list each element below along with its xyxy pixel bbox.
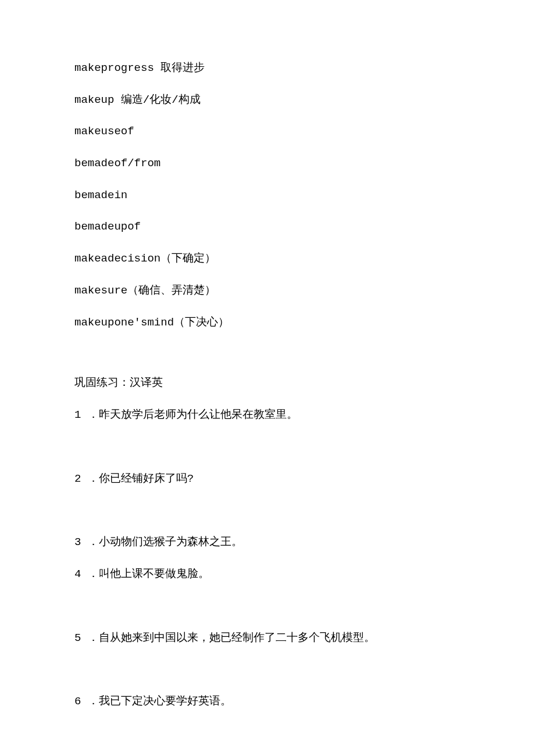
vocab-item: makeup 编造/化妆/构成 — [74, 93, 465, 108]
question-item: 1 ．昨天放学后老师为什么让他呆在教室里。 — [74, 408, 465, 422]
vocab-item: makeprogress 取得进步 — [74, 61, 465, 76]
vocab-item: makesure（确信、弄清楚） — [74, 284, 465, 298]
question-item: 4 ．叫他上课不要做鬼脸。 — [74, 567, 465, 582]
question-item: 5 ．自从她来到中国以来，她已经制作了二十多个飞机模型。 — [74, 631, 465, 646]
document-page: makeprogress 取得进步 makeup 编造/化妆/构成 makeus… — [0, 0, 535, 756]
vocab-item: bemadein — [74, 188, 465, 203]
question-item: 3 ．小动物们选猴子为森林之王。 — [74, 535, 465, 550]
vocab-item: makeuseof — [74, 124, 465, 139]
vocab-item: bemadeupof — [74, 220, 465, 234]
vocab-item: makeadecision（下确定） — [74, 252, 465, 266]
practice-header: 巩固练习：汉译英 — [74, 376, 465, 390]
question-item: 2 ．你已经铺好床了吗? — [74, 472, 465, 486]
vocab-item: makeupone'smind（下决心） — [74, 316, 465, 330]
question-item: 6 ．我已下定决心要学好英语。 — [74, 694, 465, 709]
vocab-item: bemadeof/from — [74, 156, 465, 171]
